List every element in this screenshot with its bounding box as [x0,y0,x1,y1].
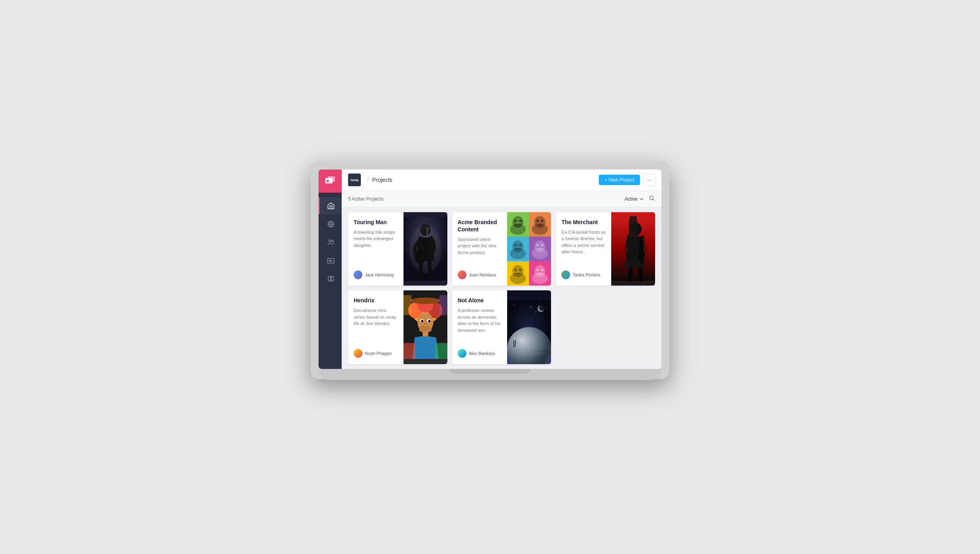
laptop-wrapper: Gravity / Projects + New Project ··· 5 A… [311,162,669,393]
card-info: The Merchant Ex-CIA jackal fronts as a f… [556,212,611,286]
breadcrumb-separator: / [367,176,369,183]
author-name: Tarika Perkins [573,272,600,277]
card-info: Not Alone A professor comes across an am… [452,290,508,364]
sidebar [319,170,342,369]
svg-point-26 [510,248,526,259]
project-card-merchant[interactable]: The Merchant Ex-CIA jackal fronts as a f… [556,212,655,286]
svg-point-68 [517,318,518,319]
vip-icon [327,257,335,265]
page-title: Projects [372,177,599,183]
project-card-touring-man[interactable]: Touring Man A traveling folk singer meet… [348,212,447,286]
svg-point-4 [329,240,331,242]
header-logo-text: Gravity [350,179,359,181]
author-name: Joan Nicklaus [469,272,496,277]
projects-grid: Touring Man A traveling folk singer meet… [342,207,661,369]
author-avatar [458,270,466,279]
toolbar: 5 Active Projects Active [342,191,661,207]
sidebar-nav [319,193,342,292]
svg-point-28 [519,244,521,246]
card-info: Hendrix Docudrama mini-series based on r… [348,290,403,364]
svg-point-24 [541,219,543,222]
not-alone-image [507,290,551,364]
svg-rect-41 [611,217,655,281]
svg-point-39 [536,268,539,271]
project-card-not-alone[interactable]: Not Alone A professor comes across an am… [452,290,551,364]
chevron-down-icon [639,197,644,201]
card-author: Jack Hemming [354,270,398,279]
book-icon [327,275,335,283]
svg-point-22 [532,223,548,235]
card-image [507,290,551,364]
filter-dropdown[interactable]: Active [624,196,644,202]
svg-point-64 [541,303,541,303]
author-avatar [354,349,362,358]
sidebar-item-vip[interactable] [319,252,342,269]
musician-silhouette [403,212,447,286]
header: Gravity / Projects + New Project ··· [342,170,661,191]
acme-cell-5 [507,261,529,286]
search-button[interactable] [649,195,655,203]
project-count: 5 Active Projects [348,196,384,202]
merchant-image [611,212,655,286]
svg-point-40 [541,268,543,271]
svg-point-62 [522,303,523,304]
svg-point-52 [428,320,431,322]
filter-label: Active [624,196,638,202]
sidebar-item-team[interactable] [319,234,342,251]
acme-cell-4 [529,237,551,261]
card-image [403,212,447,286]
header-logo: Gravity [348,173,361,186]
author-avatar [561,270,570,279]
merchant-silhouette [611,212,655,286]
svg-point-38 [532,272,548,284]
card-author: Joan Nicklaus [458,270,502,279]
project-card-hendrix[interactable]: Hendrix Docudrama mini-series based on r… [348,290,447,364]
card-image [507,212,551,286]
svg-point-23 [536,219,539,222]
logo-icon [325,175,336,187]
card-author: Noah Phagan [354,349,398,358]
card-title: Hendrix [354,297,398,304]
svg-point-63 [531,306,531,307]
author-avatar [354,270,362,279]
card-desc: A professor comes across an amnesiac ali… [458,307,502,345]
svg-point-51 [421,320,423,322]
svg-point-34 [510,272,526,284]
sidebar-logo [319,170,342,193]
card-title: Touring Man [354,219,398,226]
more-dots: ··· [647,177,651,183]
search-icon [649,195,655,201]
card-author: Tarika Perkins [561,270,606,279]
svg-point-31 [536,244,539,246]
more-button[interactable]: ··· [643,174,655,186]
card-desc: Docudrama mini-series based on rocky lif… [354,307,398,345]
svg-point-5 [332,240,333,241]
svg-point-42 [630,223,642,235]
card-desc: A traveling folk singer meets his estran… [354,229,398,266]
sidebar-item-globe[interactable] [319,216,342,233]
main-content: Gravity / Projects + New Project ··· 5 A… [342,170,661,369]
laptop-base [319,369,661,380]
sidebar-item-book[interactable] [319,271,342,288]
author-name: Noah Phagan [365,351,392,356]
header-actions: + New Project ··· [599,174,655,186]
svg-rect-59 [439,295,447,315]
svg-point-67 [535,312,536,312]
project-card-acme[interactable]: Acme Branded Content Sponsored client pr… [452,212,551,286]
new-project-button[interactable]: + New Project [599,175,640,185]
card-info: Touring Man A traveling folk singer meet… [348,212,403,286]
svg-point-18 [514,219,517,222]
space-scene-svg [507,290,551,364]
svg-point-70 [539,305,545,311]
svg-point-30 [532,248,548,259]
author-name: Alex Banksey [469,351,496,356]
sidebar-item-home[interactable] [319,197,342,214]
card-info: Acme Branded Content Sponsored client pr… [452,212,508,286]
svg-point-65 [546,308,547,309]
svg-point-27 [514,244,517,246]
card-desc: Sponsored client project with the new Ac… [458,236,502,266]
card-image [403,290,447,364]
team-icon [327,239,335,246]
card-author: Alex Banksey [458,349,502,358]
globe-icon [327,220,335,228]
